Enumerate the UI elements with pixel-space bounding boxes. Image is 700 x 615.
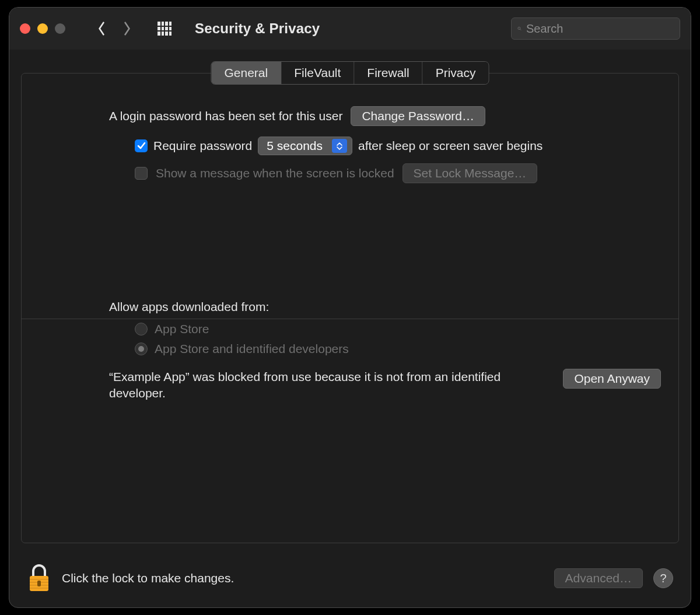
radio-row-appstore: App Store	[135, 322, 661, 336]
preferences-window: Security & Privacy General FileVault Fir…	[9, 7, 691, 608]
blocked-app-row: “Example App” was blocked from use becau…	[109, 369, 661, 402]
allow-apps-section: Allow apps downloaded from: App Store Ap…	[109, 300, 661, 402]
tab-filevault[interactable]: FileVault	[281, 62, 354, 84]
allow-apps-heading: Allow apps downloaded from:	[109, 300, 661, 314]
radio-row-identified: App Store and identified developers	[135, 342, 661, 356]
allow-apps-radio-group: App Store App Store and identified devel…	[135, 322, 661, 356]
search-icon	[517, 23, 522, 34]
fullscreen-window-button	[55, 23, 65, 34]
require-password-row: Require password 5 seconds after sleep o…	[135, 137, 661, 155]
window-controls	[20, 23, 65, 34]
radio-appstore	[135, 323, 148, 336]
chevron-right-icon	[123, 22, 131, 36]
toolbar: Security & Privacy	[9, 8, 691, 50]
nav-arrows	[92, 19, 136, 38]
show-lock-message-row: Show a message when the screen is locked…	[135, 163, 661, 183]
lock-hint-text: Click the lock to make changes.	[62, 571, 234, 585]
change-password-button[interactable]: Change Password…	[351, 106, 485, 126]
show-lock-message-label: Show a message when the screen is locked	[156, 166, 394, 180]
forward-button	[118, 19, 136, 38]
panel-divider	[22, 319, 678, 319]
footer: Click the lock to make changes. Advanced…	[9, 549, 691, 607]
general-panel: A login password has been set for this u…	[21, 73, 679, 543]
radio-identified	[135, 343, 148, 355]
tab-general[interactable]: General	[211, 62, 281, 84]
search-input[interactable]	[526, 22, 674, 36]
set-lock-message-button: Set Lock Message…	[402, 163, 538, 183]
require-password-label: Require password	[153, 139, 252, 153]
require-password-checkbox[interactable]	[135, 139, 148, 152]
open-anyway-button[interactable]: Open Anyway	[563, 369, 661, 389]
chevron-up-down-icon	[332, 139, 347, 153]
help-button[interactable]: ?	[653, 568, 673, 588]
checkmark-icon	[136, 141, 146, 151]
close-window-button[interactable]	[20, 23, 30, 34]
advanced-button: Advanced…	[554, 568, 643, 588]
require-password-delay-popup[interactable]: 5 seconds	[258, 137, 352, 155]
svg-line-1	[520, 29, 521, 30]
content-area: General FileVault Firewall Privacy A log…	[9, 50, 691, 607]
lock-icon[interactable]	[27, 563, 51, 593]
radio-appstore-label: App Store	[155, 322, 209, 336]
window-title: Security & Privacy	[195, 20, 320, 37]
minimize-window-button[interactable]	[37, 23, 48, 34]
back-button[interactable]	[92, 19, 111, 38]
svg-rect-7	[37, 581, 41, 586]
search-field[interactable]	[511, 18, 680, 40]
blocked-app-message: “Example App” was blocked from use becau…	[109, 369, 517, 402]
show-lock-message-checkbox	[135, 167, 148, 180]
tab-privacy[interactable]: Privacy	[423, 62, 489, 84]
tab-bar: General FileVault Firewall Privacy	[211, 61, 489, 85]
chevron-left-icon	[97, 22, 106, 36]
after-sleep-text: after sleep or screen saver begins	[358, 139, 542, 153]
radio-identified-label: App Store and identified developers	[155, 342, 349, 356]
login-password-text: A login password has been set for this u…	[109, 109, 342, 123]
login-password-row: A login password has been set for this u…	[109, 106, 661, 126]
require-password-delay-value: 5 seconds	[267, 139, 323, 153]
tab-firewall[interactable]: Firewall	[354, 62, 422, 84]
show-all-prefs-button[interactable]	[158, 22, 172, 36]
